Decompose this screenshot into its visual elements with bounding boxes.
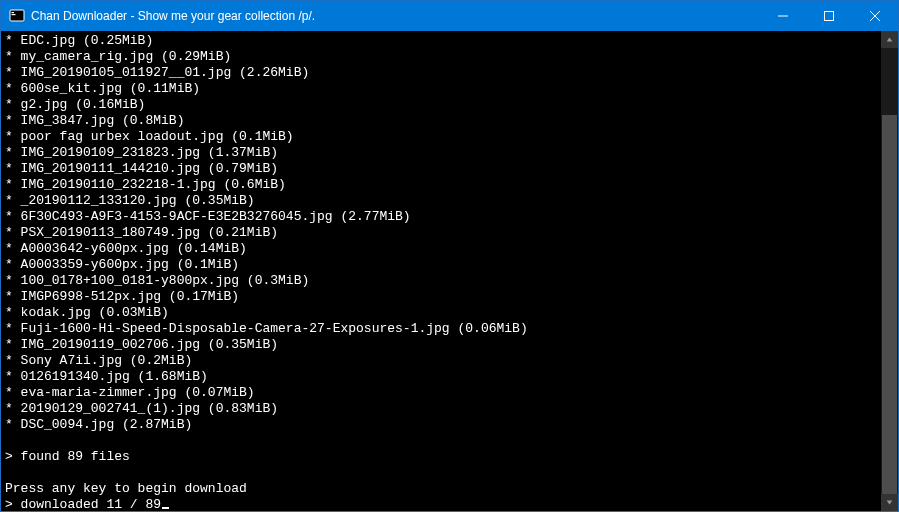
file-line: * IMGP6998-512px.jpg (0.17MiB) bbox=[5, 289, 881, 305]
file-line: * A0003359-y600px.jpg (0.1MiB) bbox=[5, 257, 881, 273]
file-line: * 20190129_002741_(1).jpg (0.83MiB) bbox=[5, 401, 881, 417]
svg-rect-0 bbox=[10, 10, 24, 21]
blank-line bbox=[5, 465, 881, 481]
file-line: * IMG_20190110_232218-1.jpg (0.6MiB) bbox=[5, 177, 881, 193]
file-line: * _20190112_133120.jpg (0.35MiB) bbox=[5, 193, 881, 209]
window-title: Chan Downloader - Show me your gear coll… bbox=[31, 9, 315, 23]
scroll-down-button[interactable] bbox=[881, 494, 898, 511]
titlebar[interactable]: Chan Downloader - Show me your gear coll… bbox=[1, 1, 898, 31]
window-controls bbox=[760, 1, 898, 31]
maximize-button[interactable] bbox=[806, 1, 852, 31]
svg-rect-4 bbox=[825, 12, 834, 21]
prompt-line: Press any key to begin download bbox=[5, 481, 881, 497]
client-area: * EDC.jpg (0.25MiB)* my_camera_rig.jpg (… bbox=[1, 31, 898, 511]
file-line: * IMG_20190105_011927__01.jpg (2.26MiB) bbox=[5, 65, 881, 81]
app-icon bbox=[9, 8, 25, 24]
svg-rect-1 bbox=[12, 12, 15, 13]
found-line: > found 89 files bbox=[5, 449, 881, 465]
file-line: * IMG_20190119_002706.jpg (0.35MiB) bbox=[5, 337, 881, 353]
scroll-thumb[interactable] bbox=[882, 115, 897, 494]
console-output: * EDC.jpg (0.25MiB)* my_camera_rig.jpg (… bbox=[1, 31, 881, 511]
app-window: Chan Downloader - Show me your gear coll… bbox=[0, 0, 899, 512]
file-line: * PSX_20190113_180749.jpg (0.21MiB) bbox=[5, 225, 881, 241]
file-line: * my_camera_rig.jpg (0.29MiB) bbox=[5, 49, 881, 65]
minimize-button[interactable] bbox=[760, 1, 806, 31]
file-line: * eva-maria-zimmer.jpg (0.07MiB) bbox=[5, 385, 881, 401]
file-line: * 6F30C493-A9F3-4153-9ACF-E3E2B3276045.j… bbox=[5, 209, 881, 225]
svg-rect-2 bbox=[12, 14, 16, 15]
vertical-scrollbar[interactable] bbox=[881, 31, 898, 511]
file-line: * IMG_20190109_231823.jpg (1.37MiB) bbox=[5, 145, 881, 161]
file-line: * IMG_20190111_144210.jpg (0.79MiB) bbox=[5, 161, 881, 177]
file-line: * Sony A7ii.jpg (0.2MiB) bbox=[5, 353, 881, 369]
close-button[interactable] bbox=[852, 1, 898, 31]
file-line: * 100_0178+100_0181-y800px.jpg (0.3MiB) bbox=[5, 273, 881, 289]
text-cursor bbox=[162, 507, 169, 509]
file-line: * Fuji-1600-Hi-Speed-Disposable-Camera-2… bbox=[5, 321, 881, 337]
blank-line bbox=[5, 433, 881, 449]
file-line: * IMG_3847.jpg (0.8MiB) bbox=[5, 113, 881, 129]
file-line: * DSC_0094.jpg (2.87MiB) bbox=[5, 417, 881, 433]
progress-line: > downloaded 11 / 89 bbox=[5, 497, 881, 511]
scroll-track[interactable] bbox=[881, 48, 898, 494]
file-line: * 0126191340.jpg (1.68MiB) bbox=[5, 369, 881, 385]
scroll-up-button[interactable] bbox=[881, 31, 898, 48]
titlebar-left: Chan Downloader - Show me your gear coll… bbox=[1, 1, 315, 31]
file-line: * g2.jpg (0.16MiB) bbox=[5, 97, 881, 113]
file-line: * poor fag urbex loadout.jpg (0.1MiB) bbox=[5, 129, 881, 145]
file-line: * kodak.jpg (0.03MiB) bbox=[5, 305, 881, 321]
file-line: * 600se_kit.jpg (0.11MiB) bbox=[5, 81, 881, 97]
file-line: * A0003642-y600px.jpg (0.14MiB) bbox=[5, 241, 881, 257]
file-line: * EDC.jpg (0.25MiB) bbox=[5, 33, 881, 49]
